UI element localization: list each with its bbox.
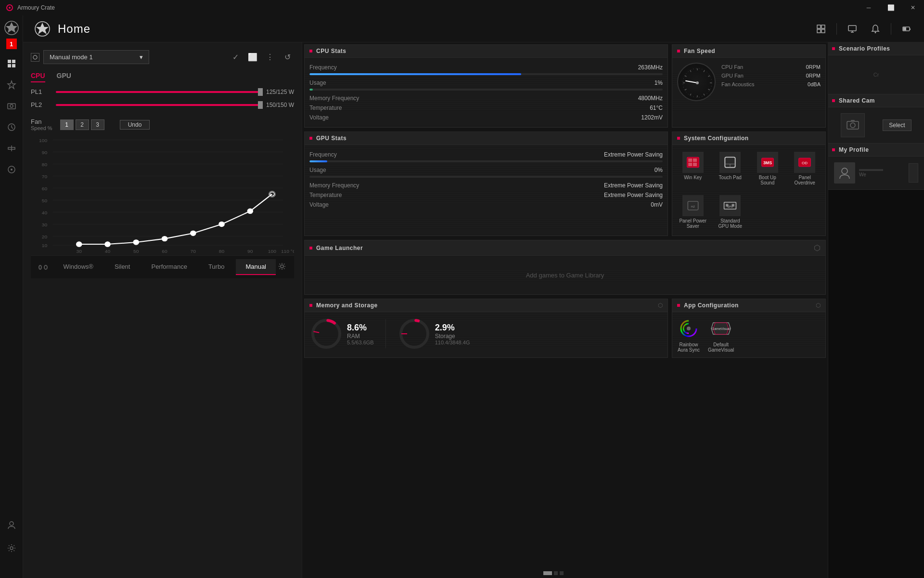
- battery-icon[interactable]: [899, 21, 914, 37]
- svg-rect-4: [12, 60, 15, 63]
- config-overdrive[interactable]: OD Panel Overdrive: [788, 149, 822, 188]
- fan-header: Fan Speed % 1 2 3 Undo: [31, 118, 294, 131]
- app-gamevisual[interactable]: GameVisual DefaultGameVisual: [708, 317, 734, 353]
- pl2-row: PL2 150/150 W: [31, 101, 294, 108]
- cpu-usage-value: 1%: [654, 79, 663, 86]
- checkmark-icon[interactable]: ✓: [229, 51, 242, 64]
- sidebar-item-user[interactable]: [2, 515, 21, 535]
- shared-cam-select-button[interactable]: Select: [883, 119, 911, 131]
- config-powersaver[interactable]: HZ Panel Power Saver: [676, 192, 710, 232]
- ram-info: 8.6% RAM 5.5/63.6GB: [347, 323, 374, 345]
- restore-button[interactable]: ⬜: [880, 0, 902, 15]
- page-dot-active[interactable]: [543, 571, 552, 575]
- cpu-stats-panel: CPU Stats Frequency 2636MHz: [304, 44, 668, 128]
- config-touchpad[interactable]: Touch Pad: [714, 149, 747, 188]
- sidebar-item-home[interactable]: [2, 54, 21, 73]
- pl2-slider[interactable]: [56, 104, 260, 106]
- tab-manual[interactable]: Manual: [236, 259, 276, 275]
- sidebar-item-update[interactable]: [2, 118, 21, 137]
- profile-icon[interactable]: [31, 53, 39, 62]
- gpu-usage-bar: [309, 176, 663, 178]
- svg-point-14: [11, 169, 13, 171]
- layout-icon[interactable]: [813, 21, 829, 37]
- minimize-button[interactable]: ─: [858, 0, 880, 15]
- svg-text:OD: OD: [802, 161, 808, 165]
- rainbow-icon: [677, 317, 700, 340]
- page-dot-2[interactable]: [554, 571, 558, 575]
- close-button[interactable]: ✕: [902, 0, 924, 15]
- mode-dot-2: [44, 265, 47, 270]
- svg-rect-19: [821, 25, 825, 28]
- svg-text:GPU: GPU: [727, 205, 733, 208]
- game-launcher-expand[interactable]: ⬡: [814, 243, 821, 252]
- scenario-profiles-header: Scenario Profiles: [828, 42, 924, 55]
- left-panel: Manual mode 1 ▾ ✓ ⬜ ⋮ ↺ CPU GPU: [23, 42, 302, 578]
- svg-point-61: [133, 240, 139, 245]
- cpu-memfreq-row: Memory Frequency 4800MHz: [309, 93, 663, 103]
- tab-cpu[interactable]: CPU: [31, 72, 45, 82]
- app-config-expand[interactable]: ⬡: [816, 302, 821, 309]
- settings-gear-icon[interactable]: [278, 262, 286, 271]
- sidebar-item-devices[interactable]: [2, 96, 21, 116]
- fan-btn-3[interactable]: 3: [91, 119, 104, 130]
- cpu-stats-body: Frequency 2636MHz Usage 1%: [305, 58, 667, 127]
- svg-rect-6: [12, 64, 15, 67]
- app-config-panel: App Configuration ⬡: [672, 299, 826, 358]
- storage-gauge: [398, 317, 431, 351]
- app-config-title: App Configuration: [684, 302, 739, 309]
- profile-info: We: [859, 169, 905, 177]
- config-gpumode[interactable]: GPU StandardGPU Mode: [714, 192, 747, 232]
- tab-performance[interactable]: Performance: [141, 259, 196, 275]
- svg-text:60: 60: [42, 186, 48, 191]
- tab-windows[interactable]: Windows®: [54, 259, 103, 275]
- cpu-voltage-label: Voltage: [309, 114, 329, 121]
- sidebar-item-tools[interactable]: [2, 139, 21, 158]
- save-icon[interactable]: ⬜: [246, 51, 259, 64]
- more-icon[interactable]: ⋮: [263, 51, 277, 64]
- fan-label: Fan: [31, 118, 52, 125]
- monitor-icon[interactable]: [845, 21, 860, 37]
- profile-we-label: We: [859, 172, 905, 177]
- svg-text:40: 40: [42, 210, 48, 215]
- tab-gpu[interactable]: GPU: [57, 72, 71, 82]
- rainbow-label: RainbowAura Sync: [678, 342, 700, 353]
- profile-side-bar: [909, 163, 918, 183]
- gpu-freq-bar-fill: [309, 160, 327, 162]
- memory-expand[interactable]: ⬡: [658, 302, 663, 309]
- profile-avatar-icon: [838, 166, 851, 180]
- scenario-profiles-empty: Cr: [873, 72, 879, 78]
- winkey-icon: [682, 152, 704, 173]
- page-indicators: [279, 571, 828, 575]
- sidebar-item-aura[interactable]: [2, 75, 21, 94]
- tab-turbo[interactable]: Turbo: [199, 259, 234, 275]
- fan-speed-label: Speed %: [31, 125, 52, 131]
- config-winkey[interactable]: Win Key: [676, 149, 710, 188]
- undo-button[interactable]: Undo: [120, 120, 150, 130]
- sidebar-item-settings[interactable]: [2, 539, 21, 558]
- refresh-icon[interactable]: ↺: [281, 51, 294, 64]
- cpu-voltage-value: 1202mV: [641, 114, 663, 121]
- topbar-divider2: [891, 23, 891, 35]
- pl1-slider[interactable]: [56, 91, 260, 93]
- profile-dropdown[interactable]: Manual mode 1 ▾: [43, 50, 149, 64]
- fan-btn-1[interactable]: 1: [60, 119, 74, 130]
- app-rainbow[interactable]: RainbowAura Sync: [677, 317, 700, 353]
- game-launcher-header: Game Launcher ⬡: [305, 240, 825, 256]
- config-sound[interactable]: 3MS Boot Up Sound: [751, 149, 784, 188]
- sidebar-number: 1: [6, 39, 17, 49]
- profile-selector-row: Manual mode 1 ▾ ✓ ⬜ ⋮ ↺: [31, 50, 294, 64]
- notification-icon[interactable]: [868, 21, 883, 37]
- svg-marker-7: [8, 81, 15, 89]
- titlebar: Armoury Crate ─ ⬜ ✕: [0, 0, 924, 15]
- svg-point-16: [10, 547, 13, 550]
- memory-corner-icon: [309, 304, 312, 307]
- fan-acoustics-row: Fan Acoustics 0dBA: [721, 80, 821, 89]
- page-dot-3[interactable]: [560, 571, 564, 575]
- appconfig-corner-icon: [677, 304, 680, 307]
- fan-btn-2[interactable]: 2: [76, 119, 89, 130]
- storage-detail: 110.4/3848.4G: [435, 340, 470, 345]
- pl1-value: 125/125 W: [266, 89, 294, 95]
- sidebar-item-game[interactable]: [2, 160, 21, 179]
- svg-line-74: [708, 89, 710, 90]
- tab-silent[interactable]: Silent: [105, 259, 140, 275]
